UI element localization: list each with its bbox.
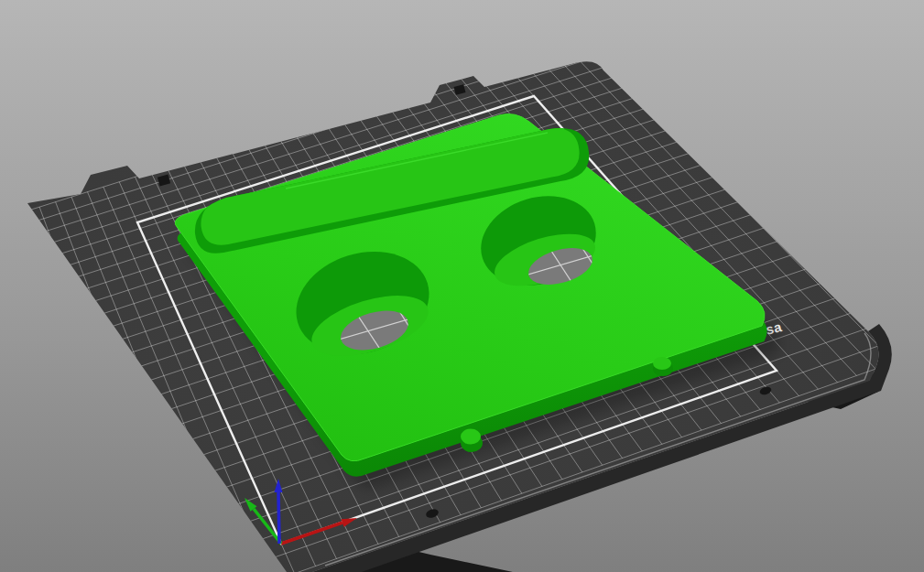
slicer-3d-viewport[interactable]: 4 Prusa bbox=[0, 0, 924, 572]
